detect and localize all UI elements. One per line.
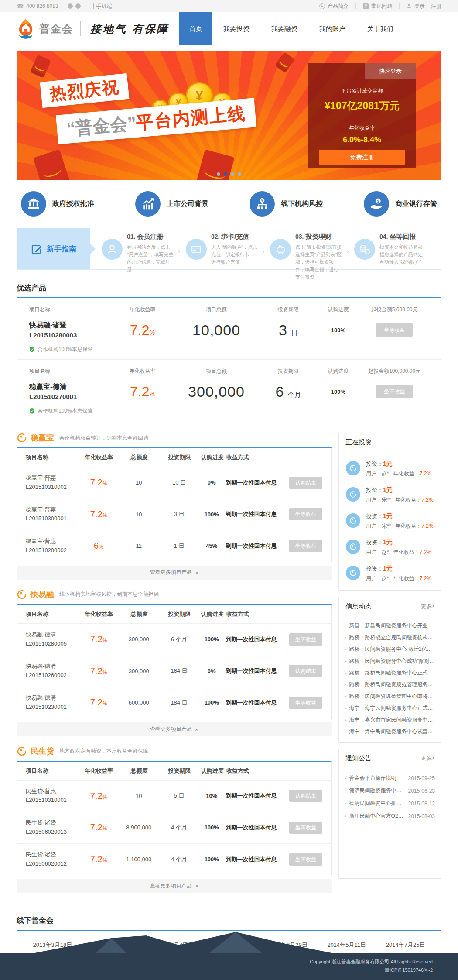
swirl-icon — [346, 461, 360, 475]
view-more-link[interactable]: 查看更多项目产品» — [17, 566, 332, 580]
news-item[interactable]: 路桥：路桥成立合规民间融资机构放贷4.2亿元 — [345, 632, 435, 643]
loan-status-button[interactable]: 坐等收益 — [289, 853, 322, 866]
notice-item[interactable]: 德清民间融资中心推广加入浙... 2015-08-12 — [345, 797, 435, 810]
product-status-button[interactable]: 坐等收益 — [376, 323, 413, 337]
notice-item[interactable]: 德清民间融资服务中心洽舍服... 2015-06-23 — [345, 784, 435, 797]
product-total: 10,000 — [173, 322, 260, 339]
red-envelope-decoration — [30, 55, 51, 78]
product-rate: 7.2% — [112, 384, 173, 400]
featured-product-row: 项目名称 年化收益率 项目总额 投资期限 认购进度 起投金额100,000.00… — [17, 359, 441, 421]
news-item[interactable]: 海宁：嘉兴市首家民间融资服务中心昨在海宁开 — [345, 714, 435, 726]
min-invest-label: 起投金额5,000.00元 — [360, 306, 429, 313]
weibo-icon[interactable] — [68, 3, 73, 9]
loan-status-button[interactable]: 认购结束 — [289, 477, 322, 489]
featured-products-title: 优选产品 — [17, 283, 441, 293]
section-subtitle: 地方政府定向融资，本息收益全额保障 — [59, 747, 148, 755]
free-register-button[interactable]: 免费注册 — [319, 150, 405, 165]
loan-status-button[interactable]: 认购结束 — [289, 790, 322, 802]
product-name: 快易融-诸暨L201510280003 — [29, 320, 112, 340]
pencil-icon — [31, 243, 43, 255]
bank-custody-hand-icon: $ — [364, 191, 389, 217]
shield-icon — [29, 408, 35, 414]
investing-item: 投资：1元 用户：宋** 年化收益：7.2% — [339, 507, 441, 533]
banner-stats-panel: 快速登录 平台累计成交金额 ¥107亿2081万元 年化收益率 6.0%-8.4… — [308, 63, 416, 168]
feature-listed-company: 上市公司背景 — [135, 191, 208, 217]
swirl-logo-icon — [17, 746, 27, 756]
product-total: 300,000 — [173, 383, 260, 400]
product-name: 稳赢宝-德清L201510270001 — [29, 382, 112, 402]
divider — [80, 21, 81, 36]
carousel-dots — [17, 172, 441, 176]
news-item[interactable]: 路桥：路桥民间融资服务中心正式运营 — [345, 667, 435, 679]
section-subtitle: 线下机构实地审核风控，到期本息全额担保 — [59, 591, 159, 598]
member-register-icon — [102, 239, 123, 260]
nav-invest[interactable]: 我要投资 — [212, 12, 260, 45]
coins-icon — [354, 239, 375, 260]
register-link[interactable]: 注册 — [431, 3, 441, 10]
feature-government-approval: 政府授权批准 — [21, 191, 94, 217]
mobile-site-link[interactable]: 手机端 — [96, 3, 112, 10]
login-link[interactable]: 登录 — [414, 3, 425, 10]
loan-row: 民生贷-诸暨L201506020013 7.2% 8,900,000 4 个月 … — [17, 812, 331, 843]
swirl-icon — [346, 487, 360, 502]
nav-about[interactable]: 关于我们 — [356, 12, 404, 45]
carousel-dot[interactable] — [231, 172, 234, 176]
sidebar: 正在投资 投资：1元 用户：赵* 年化收益：7.2% — [338, 433, 441, 879]
product-sections-column: 稳赢宝 合作机构权益转让，到期本息全额回购 项目名称年化收益率 总额度投资期限 … — [17, 433, 332, 902]
nav-account[interactable]: 我的账户 — [308, 12, 356, 45]
product-status-button[interactable]: 坐等收益 — [376, 385, 413, 398]
min-invest-label: 起投金额100,000.00元 — [360, 368, 429, 375]
notice-item[interactable]: 普金会平台操作说明 2015-09-25 — [345, 772, 435, 784]
view-more-link[interactable]: 查看更多项目产品» — [17, 879, 332, 893]
feature-risk-control: ¥ 线下机构风控 — [250, 191, 323, 217]
total-volume-label: 平台累计成交金额 — [308, 87, 416, 95]
notice-item[interactable]: 浙江民融中心官方O2O服务平... 2015-08-03 — [345, 810, 435, 822]
loan-row: 稳赢宝-普惠L201510300001 7.2% 10 3 日 100% 到期一… — [17, 499, 331, 530]
section-name: 快易融 — [31, 589, 54, 600]
loan-status-button[interactable]: 坐等收益 — [289, 540, 322, 552]
product-progress: 100% — [317, 327, 360, 334]
newbie-guide-tab[interactable]: 新手指南 — [17, 228, 90, 269]
news-item[interactable]: 路桥：民间融资服务中心 激活1亿民间资金 — [345, 643, 435, 655]
copyright-text: Copyright 浙江普惠金融服务有限公司 All Rights Reserv… — [0, 958, 433, 966]
news-item[interactable]: 海宁：海宁民间融资服务中心试营业以来供需 — [345, 726, 435, 738]
news-more-link[interactable]: 更多> — [421, 603, 434, 610]
carousel-dot-active[interactable] — [224, 172, 227, 176]
section-name: 民生贷 — [31, 746, 54, 756]
news-item[interactable]: 海宁：海宁民间融资服务中心正式运营 — [345, 702, 435, 714]
loan-status-button[interactable]: 坐等收益 — [289, 508, 322, 520]
carousel-dot[interactable] — [238, 172, 241, 176]
guarantee-note: 合作机构100%本息保障 — [29, 407, 429, 415]
offline-title: 线下普金会 — [17, 915, 441, 925]
icp-number[interactable]: 浙ICP备15019746号-2 — [0, 966, 433, 974]
news-item[interactable]: 路桥：民间融资服务中心成功“配对”6855万 — [345, 655, 435, 667]
brand-logo[interactable]: 普金会 接地气 有保障 — [17, 12, 169, 45]
section-kuaiyirong: 快易融 线下机构实地审核风控，到期本息全额担保 项目名称年化收益率 总额度投资期… — [17, 589, 332, 736]
loan-status-button[interactable]: 认购结束 — [289, 665, 322, 677]
loan-status-button[interactable]: 坐等收益 — [289, 633, 322, 646]
news-item[interactable]: 新昌：新昌民间融资服务中心开业 — [345, 620, 435, 632]
swirl-logo-icon — [17, 589, 27, 600]
faq-link[interactable]: 常见问题 — [371, 3, 392, 10]
guide-step-invest: 03. 投资理财 点击“我要投资”或直接选择主页“产品列表”区域，选择可投资项目… — [270, 233, 354, 267]
news-panel: 信息动态 更多> 新昌：新昌民间融资服务中心开业 路桥：路桥成立合规民间融资机构… — [338, 597, 441, 743]
swirl-icon — [346, 540, 360, 554]
news-item[interactable]: 路桥：路桥民间融资规范管理服务中心开张 — [345, 679, 435, 691]
total-volume-value: ¥107亿2081万元 — [308, 99, 416, 113]
hero-banner[interactable]: ¥ ¥ ¥ ¥ ¥ 热烈庆祝 “普金会”平台内测上线 快速登录 平台累计成交金额… — [17, 51, 441, 180]
nav-home[interactable]: 首页 — [179, 12, 212, 45]
product-intro-link[interactable]: 产品简介 — [328, 3, 349, 10]
news-item[interactable]: 路桥：民间融资规范管理中心即将成立 实现优... — [345, 691, 435, 702]
phone-icon: ☎ — [17, 3, 24, 9]
quick-login-button[interactable]: 快速登录 — [365, 63, 416, 79]
wechat-icon[interactable] — [75, 3, 81, 9]
view-more-link[interactable]: 查看更多项目产品» — [17, 722, 332, 736]
carousel-dot[interactable] — [217, 172, 220, 176]
notice-more-link[interactable]: 更多> — [421, 755, 434, 762]
nav-finance[interactable]: 我要融资 — [260, 12, 308, 45]
loan-status-button[interactable]: 坐等收益 — [289, 697, 322, 709]
loan-row: 快易融-德清L201510260002 7.2% 300,000 164 日 0… — [17, 655, 331, 687]
page-footer: Copyright 浙江普惠金融服务有限公司 All Rights Reserv… — [0, 953, 458, 980]
guarantee-note: 合作机构100%本息保障 — [29, 346, 429, 353]
loan-status-button[interactable]: 坐等收益 — [289, 822, 322, 834]
